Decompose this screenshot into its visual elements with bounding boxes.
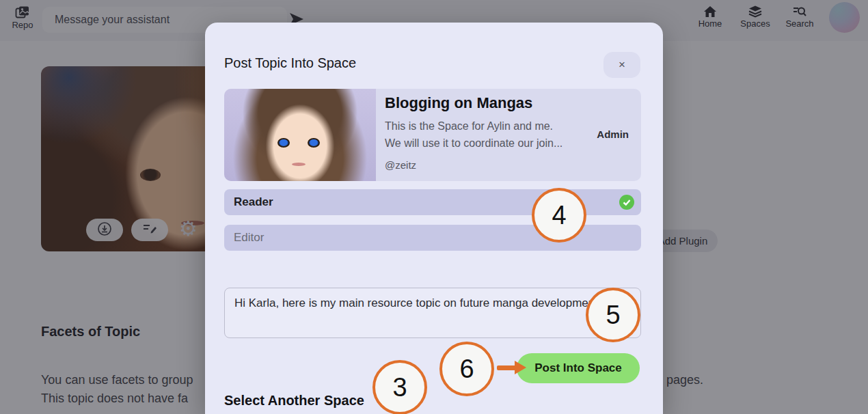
role-reader-label: Reader: [234, 195, 273, 209]
close-icon[interactable]: ×: [603, 52, 640, 78]
annotation-arrow-icon: [515, 361, 526, 374]
post-topic-modal: Post Topic Into Space × Blogging on Mang…: [205, 23, 663, 414]
space-description-line2: We will use it to coordinate our join...: [385, 137, 562, 150]
card-mouth: [292, 163, 306, 166]
role-editor-label: Editor: [234, 231, 264, 245]
post-into-space-button[interactable]: Post Into Space: [517, 353, 640, 383]
post-message-textarea[interactable]: Hi Karla, here is my main resource topic…: [224, 288, 641, 338]
card-eye-right: [308, 138, 320, 148]
annotation-arrow-line: [497, 365, 516, 370]
modal-title: Post Topic Into Space: [224, 55, 356, 71]
space-card-image: [224, 89, 376, 181]
annotation-circle-3: 3: [372, 360, 427, 414]
select-another-space-heading: Select Another Space: [224, 393, 364, 409]
space-name: Blogging on Mangas: [385, 94, 532, 112]
space-owner-handle: @zeitz: [385, 159, 416, 171]
check-circle-icon: [619, 195, 634, 210]
annotation-circle-4: 4: [532, 188, 586, 243]
annotation-circle-6: 6: [439, 342, 494, 396]
card-eye-left: [277, 138, 290, 148]
space-role-badge: Admin: [597, 128, 629, 140]
space-card-blogging-on-mangas[interactable]: Blogging on Mangas This is the Space for…: [224, 89, 641, 181]
space-description-line1: This is the Space for Aylin and me.: [385, 120, 553, 133]
annotation-circle-5: 5: [586, 288, 640, 342]
